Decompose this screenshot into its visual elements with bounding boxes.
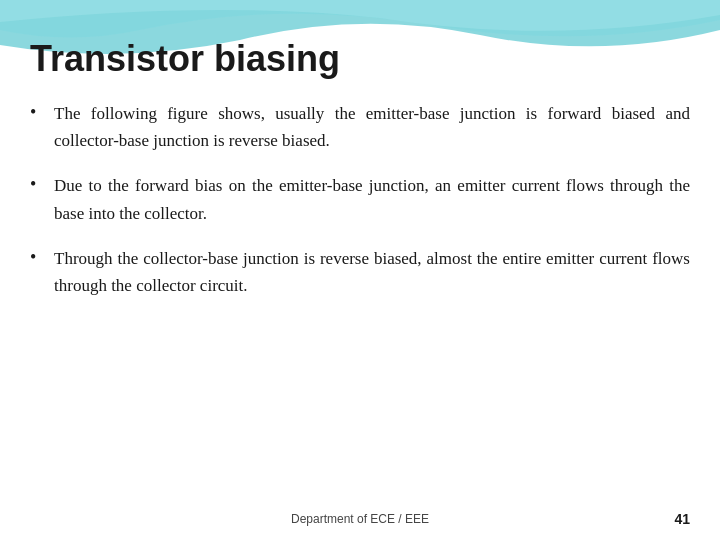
bullet-item-3: • Through the collector-base junction is…	[30, 245, 690, 299]
bullet-text-2: Due to the forward bias on the emitter-b…	[54, 172, 690, 226]
bullet-item-1: • The following figure shows, usually th…	[30, 100, 690, 154]
slide-container: Transistor biasing • The following figur…	[0, 0, 720, 540]
footer-page-number: 41	[674, 511, 690, 527]
bullet-dot-1: •	[30, 102, 48, 123]
bullet-dot-2: •	[30, 174, 48, 195]
bullet-dot-3: •	[30, 247, 48, 268]
bullet-item-2: • Due to the forward bias on the emitter…	[30, 172, 690, 226]
footer-department: Department of ECE / EEE	[291, 512, 429, 526]
bullet-text-1: The following figure shows, usually the …	[54, 100, 690, 154]
footer: Department of ECE / EEE 41	[0, 512, 720, 526]
bullet-text-3: Through the collector-base junction is r…	[54, 245, 690, 299]
slide-title: Transistor biasing	[30, 38, 340, 80]
content-area: • The following figure shows, usually th…	[30, 100, 690, 480]
